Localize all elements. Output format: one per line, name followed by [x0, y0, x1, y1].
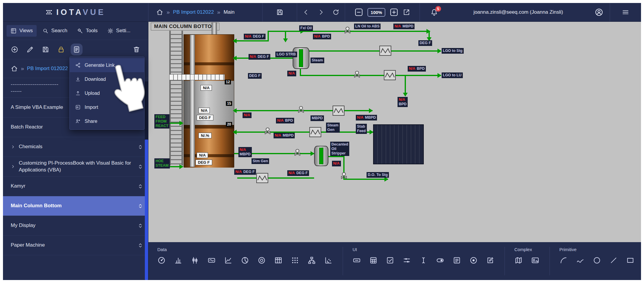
storage-tank[interactable]: [373, 124, 424, 164]
add-circle-icon[interactable]: [11, 46, 18, 53]
zoom-in-icon[interactable]: [389, 8, 398, 17]
vessel[interactable]: [293, 47, 309, 69]
radio-icon[interactable]: [469, 256, 478, 265]
trash-icon[interactable]: [133, 46, 140, 53]
diagram-label[interactable]: HOESTEAM: [154, 158, 170, 168]
diagram-label[interactable]: DEG F: [418, 40, 432, 46]
save-icon[interactable]: [42, 46, 49, 53]
valve-icon[interactable]: [264, 127, 271, 135]
diagram-label[interactable]: DEG F: [248, 73, 262, 79]
sidebar-item[interactable]: Kamyr: [3, 177, 148, 196]
valve-icon[interactable]: [344, 27, 351, 34]
data-table-icon[interactable]: [274, 256, 283, 265]
value-box[interactable]: N/A: [201, 85, 212, 91]
diagram-title[interactable]: MAIN COLUMN BOTTOM: [151, 23, 219, 30]
heat-exchanger[interactable]: [379, 46, 391, 56]
vessel[interactable]: [314, 146, 328, 166]
refresh-icon[interactable]: [332, 9, 339, 16]
sidebar-breadcrumb-project[interactable]: PB Import 012022: [27, 66, 68, 72]
list-box-icon[interactable]: [453, 256, 461, 265]
save-icon[interactable]: [276, 8, 284, 16]
diagram-label[interactable]: Steam: [311, 58, 324, 63]
pie-icon[interactable]: [241, 256, 249, 265]
diagram-label[interactable]: N/ABPD: [408, 66, 426, 72]
scatter-icon[interactable]: [324, 256, 333, 265]
value-box[interactable]: DEG F: [195, 160, 212, 165]
back-icon[interactable]: [302, 9, 310, 16]
sidebar-item[interactable]: Customizing PI-ProcessBook with Visual B…: [3, 157, 148, 177]
sort-icon[interactable]: [137, 222, 143, 229]
breadcrumb-project[interactable]: PB Import 012022: [173, 9, 214, 15]
sidebar-item[interactable]: Main Column Bottom: [3, 196, 148, 216]
bar-chart-icon[interactable]: [174, 256, 182, 265]
diagram-label[interactable]: D.O. To Stg: [367, 172, 389, 178]
diagram-label[interactable]: N/A: [287, 71, 296, 76]
sort-icon[interactable]: [137, 242, 143, 249]
lock-icon[interactable]: [57, 46, 65, 53]
diagram-label[interactable]: N/AMBPD: [393, 24, 415, 29]
diagram-label[interactable]: Fxl Oil: [299, 25, 313, 31]
rect-icon[interactable]: [626, 256, 634, 265]
diagram-label[interactable]: LGO STRB: [275, 52, 297, 57]
home-icon[interactable]: [156, 9, 163, 16]
curve-icon[interactable]: [576, 256, 584, 265]
zoom-out-icon[interactable]: [354, 8, 363, 17]
checkbox-icon[interactable]: [386, 256, 394, 265]
diagram-label[interactable]: SteamGen: [326, 123, 340, 133]
tab-tools[interactable]: Tools: [73, 25, 102, 37]
sidebar-item[interactable]: Chemicals: [3, 137, 148, 157]
map-icon[interactable]: [514, 256, 523, 265]
account-icon[interactable]: [595, 8, 603, 17]
candlestick-icon[interactable]: [191, 256, 199, 265]
gauge-icon[interactable]: [157, 256, 166, 265]
distillation-column[interactable]: [184, 34, 234, 167]
diagram-label[interactable]: MBPD: [311, 115, 324, 121]
expand-icon[interactable]: [11, 145, 15, 149]
sqc-icon[interactable]: [531, 256, 539, 265]
diagram-label[interactable]: N/ABPD: [313, 34, 331, 39]
edit-box-icon[interactable]: [486, 256, 494, 265]
valve-icon[interactable]: [353, 71, 361, 78]
diagram-label[interactable]: LGO to LU: [442, 72, 463, 78]
diagram-label[interactable]: N/ADEG F: [244, 34, 266, 39]
diagram-label[interactable]: N/AMBPD: [274, 133, 295, 138]
open-external-icon[interactable]: [403, 8, 410, 16]
heat-exchanger[interactable]: [384, 70, 396, 80]
valve-icon[interactable]: [297, 106, 305, 114]
arc-icon[interactable]: [559, 256, 568, 265]
tab-settings[interactable]: Setti...: [103, 25, 134, 37]
value-box[interactable]: DEG F: [197, 115, 213, 120]
diagram-label[interactable]: N/ADEG F: [234, 169, 256, 175]
sort-icon[interactable]: [137, 183, 143, 190]
diagram-label[interactable]: N/A: [243, 112, 252, 118]
heat-exchanger[interactable]: [333, 106, 344, 116]
diagram-label[interactable]: N/ABPD: [276, 118, 294, 123]
diagram-label[interactable]: N/ABPD: [398, 97, 408, 107]
diagram-label[interactable]: LGO to Stg: [442, 48, 464, 54]
diagram-label[interactable]: N/ADEG F: [287, 170, 309, 176]
diagram-label[interactable]: N/ADEG F: [249, 54, 270, 60]
heatmap-icon[interactable]: [291, 256, 299, 265]
tab-views[interactable]: Views: [7, 25, 37, 37]
text-cursor-icon[interactable]: [419, 256, 428, 265]
pencil-icon[interactable]: [26, 46, 34, 53]
diagram-label[interactable]: N/A: [332, 161, 341, 166]
numpad-icon[interactable]: [369, 256, 378, 265]
sidebar-item[interactable]: My Display: [3, 216, 148, 236]
display-canvas[interactable]: MAIN COLUMN BOTTOM N: [148, 22, 641, 242]
forward-icon[interactable]: [317, 9, 325, 16]
form-icon[interactable]: [73, 46, 80, 53]
diagram-label[interactable]: Stm Gen: [252, 158, 269, 164]
bell-button[interactable]: 5: [430, 8, 438, 16]
value-box[interactable]: N/.%: [198, 133, 212, 138]
heat-exchanger[interactable]: [309, 127, 321, 137]
hamburger-menu-icon[interactable]: [622, 8, 629, 16]
button-icon[interactable]: [353, 256, 361, 265]
scrollbar-thumb[interactable]: [145, 140, 148, 280]
heat-exchanger[interactable]: [256, 173, 268, 183]
trend-icon[interactable]: [224, 256, 232, 265]
diagram-label[interactable]: N/AMBPD: [356, 115, 377, 120]
ellipse-icon[interactable]: [593, 256, 601, 265]
value-box[interactable]: N/A: [198, 108, 210, 113]
line-icon[interactable]: [609, 256, 618, 265]
